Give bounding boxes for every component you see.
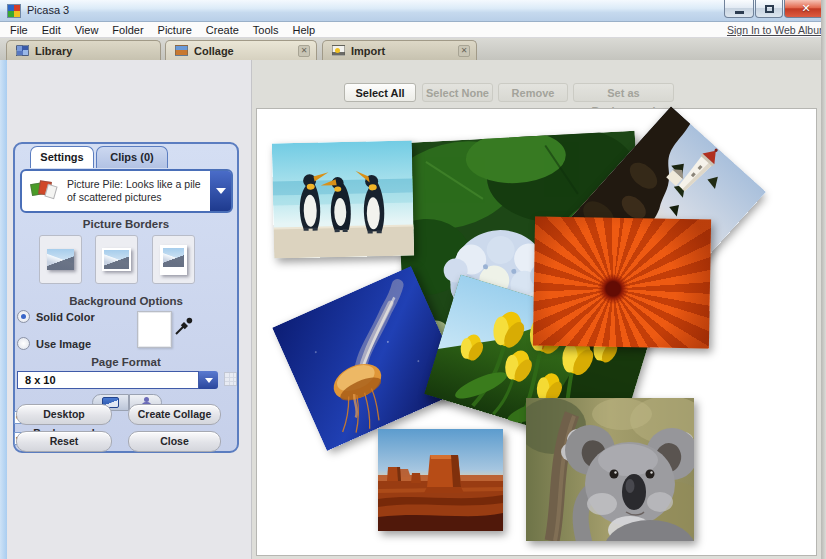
tab-settings[interactable]: Settings	[30, 146, 94, 168]
solid-color-radio[interactable]	[17, 310, 30, 323]
menu-create[interactable]: Create	[199, 24, 246, 36]
sign-in-link[interactable]: Sign In to Web Albums	[727, 24, 826, 36]
minimize-icon	[735, 11, 744, 14]
menu-folder[interactable]: Folder	[105, 24, 150, 36]
menu-help[interactable]: Help	[286, 24, 323, 36]
background-options-label: Background Options	[13, 295, 239, 307]
collage-style-dropdown[interactable]: Picture Pile: Looks like a pile of scatt…	[20, 169, 233, 213]
collage-photo-koala[interactable]	[526, 398, 694, 541]
page-format-select[interactable]: 8 x 10	[17, 371, 199, 389]
border-none-thumb-icon	[47, 249, 74, 270]
maximize-button[interactable]	[755, 0, 783, 18]
close-window-button[interactable]: ✕	[784, 0, 826, 18]
tab-collage-close-icon[interactable]	[298, 45, 310, 57]
grid-icon	[224, 372, 237, 386]
tab-library-label: Library	[35, 45, 72, 57]
select-none-button: Select None	[422, 83, 493, 102]
sidebar-edge-strip	[0, 60, 7, 559]
tab-import[interactable]: Import	[322, 40, 477, 60]
window-title: Picasa 3	[27, 4, 69, 16]
tab-clips[interactable]: Clips (0)	[96, 146, 168, 168]
page-format-label: Page Format	[13, 356, 239, 368]
border-thin-thumb-icon	[102, 248, 131, 271]
koala-image	[526, 398, 694, 541]
caption-buttons: ✕	[723, 0, 826, 18]
select-all-button[interactable]: Select All	[344, 83, 416, 102]
border-polaroid-button[interactable]	[152, 235, 195, 284]
tab-collage-label: Collage	[194, 45, 234, 57]
sidebar: Settings Clips (0) Picture Pile: Looks l…	[0, 60, 252, 559]
collage-photo-desert[interactable]	[378, 429, 503, 531]
tab-library[interactable]: Library	[6, 40, 161, 60]
library-icon	[16, 45, 29, 56]
collage-photo-dahlia[interactable]	[533, 216, 711, 348]
picasa-app-icon	[7, 4, 21, 18]
tab-collage[interactable]: Collage	[165, 40, 317, 60]
eyedropper-icon[interactable]	[174, 316, 194, 336]
menu-picture[interactable]: Picture	[151, 24, 199, 36]
picture-borders-label: Picture Borders	[13, 218, 239, 230]
picasa-window: Picasa 3 ✕ File Edit View Folder Picture…	[0, 0, 826, 559]
menu-edit[interactable]: Edit	[35, 24, 68, 36]
penguins-image	[272, 141, 414, 259]
minimize-button[interactable]	[724, 0, 754, 18]
border-thin-button[interactable]	[95, 235, 138, 284]
window-right-frame	[821, 0, 826, 559]
use-image-label: Use Image	[36, 338, 91, 350]
collage-icon	[175, 45, 188, 56]
import-icon	[332, 45, 345, 56]
maximize-icon	[765, 5, 774, 13]
close-icon: ✕	[801, 2, 810, 15]
title-bar: Picasa 3 ✕	[0, 0, 826, 22]
remove-button: Remove	[498, 83, 568, 102]
collage-workspace: Select All Select None Remove Set as Bac…	[252, 60, 826, 559]
background-color-swatch[interactable]	[137, 311, 172, 348]
desktop-background-button[interactable]: Desktop Background	[16, 404, 112, 425]
tab-strip: Library Collage Import	[0, 38, 826, 60]
collage-style-value: Picture Pile: Looks like a pile of scatt…	[67, 178, 212, 204]
collage-canvas	[256, 108, 817, 556]
reset-button[interactable]: Reset	[16, 431, 112, 452]
collage-photo-penguins[interactable]	[272, 141, 414, 259]
chevron-down-icon[interactable]	[210, 171, 231, 211]
picture-pile-icon	[29, 179, 59, 203]
use-image-radio[interactable]	[17, 337, 30, 350]
create-collage-button[interactable]: Create Collage	[128, 404, 221, 425]
page-format-arrow-icon[interactable]	[199, 371, 218, 389]
solid-color-label: Solid Color	[36, 311, 95, 323]
set-as-background-button: Set as Background	[573, 83, 674, 102]
tab-import-label: Import	[351, 45, 385, 57]
border-polaroid-thumb-icon	[160, 245, 187, 275]
menu-file[interactable]: File	[0, 24, 35, 36]
desert-image	[378, 429, 503, 531]
menu-view[interactable]: View	[68, 24, 106, 36]
menu-tools[interactable]: Tools	[246, 24, 286, 36]
menu-bar: File Edit View Folder Picture Create Too…	[0, 22, 826, 38]
border-none-button[interactable]	[39, 235, 82, 284]
close-button[interactable]: Close	[128, 431, 221, 452]
tab-import-close-icon[interactable]	[458, 45, 470, 57]
